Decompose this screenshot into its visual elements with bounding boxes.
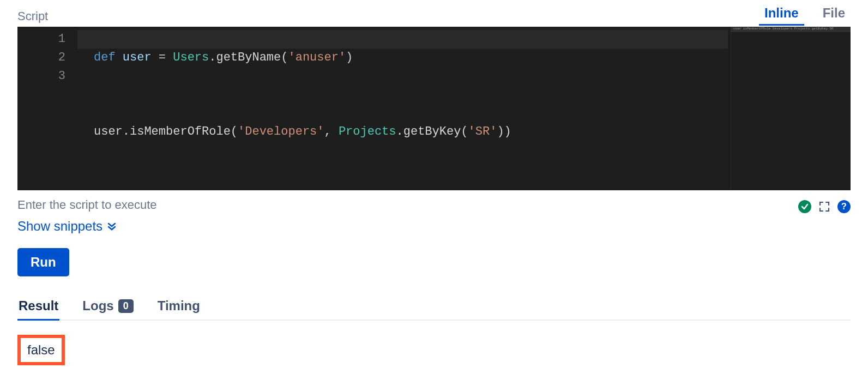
logs-count-badge: 0 (118, 299, 134, 313)
minimap[interactable]: user isMemberOfRole Developers Projects … (731, 27, 851, 190)
minimap-viewport[interactable] (731, 27, 851, 32)
tab-inline[interactable]: Inline (759, 3, 804, 26)
code-editor[interactable]: 1 2 3 def user = Users.getByName('anuser… (17, 27, 851, 190)
help-text: Enter the script to execute (17, 198, 157, 212)
show-snippets-label: Show snippets (17, 219, 103, 234)
token-op: = (159, 51, 166, 64)
run-button[interactable]: Run (17, 248, 69, 276)
token-method: getByName (216, 51, 281, 64)
token-type: Users (173, 51, 209, 64)
token-keyword: def (94, 51, 116, 64)
check-circle-icon[interactable] (798, 200, 811, 213)
result-value: false (17, 335, 65, 365)
token-method: isMemberOfRole (130, 125, 231, 138)
source-tabs: Inline File (759, 3, 851, 26)
tab-file[interactable]: File (817, 3, 851, 26)
result-tabs: Result Logs 0 Timing (17, 295, 851, 321)
token-method: getByKey (403, 125, 461, 138)
token-string: 'anuser' (288, 51, 346, 64)
token-type: Projects (339, 125, 396, 138)
tab-logs-label: Logs (82, 298, 113, 313)
tab-timing[interactable]: Timing (156, 295, 201, 321)
expand-icon[interactable] (818, 200, 831, 213)
show-snippets-link[interactable]: Show snippets (17, 219, 117, 234)
token-string: 'SR' (468, 125, 497, 138)
line-gutter: 1 2 3 (17, 27, 72, 190)
tab-logs[interactable]: Logs 0 (81, 295, 134, 321)
token-string: 'Developers' (238, 125, 324, 138)
help-icon[interactable]: ? (837, 200, 851, 213)
script-label: Script (17, 9, 48, 26)
token-ident: user (94, 125, 123, 138)
chevron-double-down-icon (107, 221, 117, 231)
line-number: 2 (17, 49, 65, 67)
code-area[interactable]: def user = Users.getByName('anuser') use… (72, 27, 511, 190)
line-number: 3 (17, 67, 65, 86)
tab-result[interactable]: Result (17, 295, 59, 321)
token-ident: user (123, 51, 152, 64)
line-number: 1 (17, 30, 65, 49)
